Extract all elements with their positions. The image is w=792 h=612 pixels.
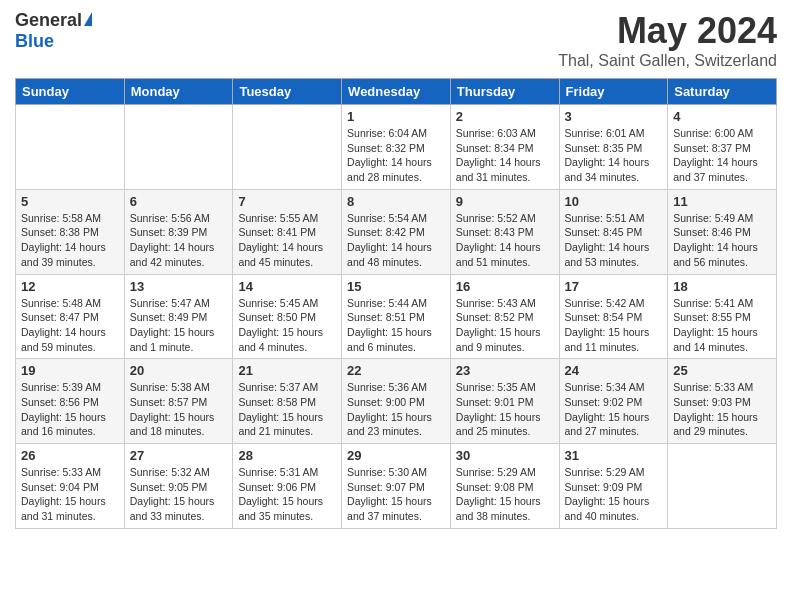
calendar-day-9: 9Sunrise: 5:52 AM Sunset: 8:43 PM Daylig… — [450, 189, 559, 274]
calendar-empty-cell — [233, 105, 342, 190]
day-info: Sunrise: 5:33 AM Sunset: 9:03 PM Dayligh… — [673, 380, 771, 439]
day-info: Sunrise: 5:29 AM Sunset: 9:09 PM Dayligh… — [565, 465, 663, 524]
day-number: 12 — [21, 279, 119, 294]
calendar-day-24: 24Sunrise: 5:34 AM Sunset: 9:02 PM Dayli… — [559, 359, 668, 444]
calendar-day-6: 6Sunrise: 5:56 AM Sunset: 8:39 PM Daylig… — [124, 189, 233, 274]
day-number: 9 — [456, 194, 554, 209]
calendar-day-20: 20Sunrise: 5:38 AM Sunset: 8:57 PM Dayli… — [124, 359, 233, 444]
calendar-day-17: 17Sunrise: 5:42 AM Sunset: 8:54 PM Dayli… — [559, 274, 668, 359]
day-info: Sunrise: 6:00 AM Sunset: 8:37 PM Dayligh… — [673, 126, 771, 185]
calendar-day-31: 31Sunrise: 5:29 AM Sunset: 9:09 PM Dayli… — [559, 444, 668, 529]
weekday-header-friday: Friday — [559, 79, 668, 105]
day-info: Sunrise: 5:34 AM Sunset: 9:02 PM Dayligh… — [565, 380, 663, 439]
day-number: 20 — [130, 363, 228, 378]
day-info: Sunrise: 5:36 AM Sunset: 9:00 PM Dayligh… — [347, 380, 445, 439]
day-number: 23 — [456, 363, 554, 378]
day-info: Sunrise: 5:47 AM Sunset: 8:49 PM Dayligh… — [130, 296, 228, 355]
day-info: Sunrise: 5:31 AM Sunset: 9:06 PM Dayligh… — [238, 465, 336, 524]
day-number: 10 — [565, 194, 663, 209]
calendar-empty-cell — [124, 105, 233, 190]
weekday-header-monday: Monday — [124, 79, 233, 105]
day-number: 22 — [347, 363, 445, 378]
day-number: 3 — [565, 109, 663, 124]
day-info: Sunrise: 5:48 AM Sunset: 8:47 PM Dayligh… — [21, 296, 119, 355]
day-info: Sunrise: 5:33 AM Sunset: 9:04 PM Dayligh… — [21, 465, 119, 524]
location-title: Thal, Saint Gallen, Switzerland — [558, 52, 777, 70]
title-area: May 2024 Thal, Saint Gallen, Switzerland — [558, 10, 777, 70]
calendar-day-22: 22Sunrise: 5:36 AM Sunset: 9:00 PM Dayli… — [342, 359, 451, 444]
calendar-day-30: 30Sunrise: 5:29 AM Sunset: 9:08 PM Dayli… — [450, 444, 559, 529]
day-info: Sunrise: 5:41 AM Sunset: 8:55 PM Dayligh… — [673, 296, 771, 355]
day-info: Sunrise: 5:52 AM Sunset: 8:43 PM Dayligh… — [456, 211, 554, 270]
day-info: Sunrise: 6:04 AM Sunset: 8:32 PM Dayligh… — [347, 126, 445, 185]
day-number: 1 — [347, 109, 445, 124]
calendar-table: SundayMondayTuesdayWednesdayThursdayFrid… — [15, 78, 777, 529]
day-info: Sunrise: 5:39 AM Sunset: 8:56 PM Dayligh… — [21, 380, 119, 439]
weekday-header-sunday: Sunday — [16, 79, 125, 105]
day-number: 26 — [21, 448, 119, 463]
day-number: 6 — [130, 194, 228, 209]
day-info: Sunrise: 5:32 AM Sunset: 9:05 PM Dayligh… — [130, 465, 228, 524]
calendar-day-10: 10Sunrise: 5:51 AM Sunset: 8:45 PM Dayli… — [559, 189, 668, 274]
calendar-day-8: 8Sunrise: 5:54 AM Sunset: 8:42 PM Daylig… — [342, 189, 451, 274]
day-info: Sunrise: 5:29 AM Sunset: 9:08 PM Dayligh… — [456, 465, 554, 524]
day-number: 16 — [456, 279, 554, 294]
page-header: General Blue May 2024 Thal, Saint Gallen… — [15, 10, 777, 70]
calendar-day-2: 2Sunrise: 6:03 AM Sunset: 8:34 PM Daylig… — [450, 105, 559, 190]
calendar-day-26: 26Sunrise: 5:33 AM Sunset: 9:04 PM Dayli… — [16, 444, 125, 529]
day-info: Sunrise: 5:45 AM Sunset: 8:50 PM Dayligh… — [238, 296, 336, 355]
calendar-day-23: 23Sunrise: 5:35 AM Sunset: 9:01 PM Dayli… — [450, 359, 559, 444]
calendar-day-5: 5Sunrise: 5:58 AM Sunset: 8:38 PM Daylig… — [16, 189, 125, 274]
day-info: Sunrise: 5:38 AM Sunset: 8:57 PM Dayligh… — [130, 380, 228, 439]
calendar-day-12: 12Sunrise: 5:48 AM Sunset: 8:47 PM Dayli… — [16, 274, 125, 359]
day-info: Sunrise: 5:42 AM Sunset: 8:54 PM Dayligh… — [565, 296, 663, 355]
day-number: 13 — [130, 279, 228, 294]
day-info: Sunrise: 6:01 AM Sunset: 8:35 PM Dayligh… — [565, 126, 663, 185]
day-number: 24 — [565, 363, 663, 378]
calendar-empty-cell — [668, 444, 777, 529]
calendar-day-15: 15Sunrise: 5:44 AM Sunset: 8:51 PM Dayli… — [342, 274, 451, 359]
day-number: 31 — [565, 448, 663, 463]
calendar-week-row: 12Sunrise: 5:48 AM Sunset: 8:47 PM Dayli… — [16, 274, 777, 359]
day-number: 4 — [673, 109, 771, 124]
day-info: Sunrise: 5:37 AM Sunset: 8:58 PM Dayligh… — [238, 380, 336, 439]
day-info: Sunrise: 5:58 AM Sunset: 8:38 PM Dayligh… — [21, 211, 119, 270]
day-number: 14 — [238, 279, 336, 294]
calendar-week-row: 5Sunrise: 5:58 AM Sunset: 8:38 PM Daylig… — [16, 189, 777, 274]
calendar-week-row: 19Sunrise: 5:39 AM Sunset: 8:56 PM Dayli… — [16, 359, 777, 444]
day-info: Sunrise: 5:56 AM Sunset: 8:39 PM Dayligh… — [130, 211, 228, 270]
calendar-day-18: 18Sunrise: 5:41 AM Sunset: 8:55 PM Dayli… — [668, 274, 777, 359]
day-number: 11 — [673, 194, 771, 209]
day-number: 28 — [238, 448, 336, 463]
calendar-day-4: 4Sunrise: 6:00 AM Sunset: 8:37 PM Daylig… — [668, 105, 777, 190]
calendar-day-25: 25Sunrise: 5:33 AM Sunset: 9:03 PM Dayli… — [668, 359, 777, 444]
calendar-day-29: 29Sunrise: 5:30 AM Sunset: 9:07 PM Dayli… — [342, 444, 451, 529]
weekday-header-tuesday: Tuesday — [233, 79, 342, 105]
calendar-week-row: 1Sunrise: 6:04 AM Sunset: 8:32 PM Daylig… — [16, 105, 777, 190]
day-info: Sunrise: 5:35 AM Sunset: 9:01 PM Dayligh… — [456, 380, 554, 439]
day-info: Sunrise: 5:30 AM Sunset: 9:07 PM Dayligh… — [347, 465, 445, 524]
calendar-day-7: 7Sunrise: 5:55 AM Sunset: 8:41 PM Daylig… — [233, 189, 342, 274]
calendar-day-13: 13Sunrise: 5:47 AM Sunset: 8:49 PM Dayli… — [124, 274, 233, 359]
day-number: 5 — [21, 194, 119, 209]
day-info: Sunrise: 5:55 AM Sunset: 8:41 PM Dayligh… — [238, 211, 336, 270]
calendar-day-14: 14Sunrise: 5:45 AM Sunset: 8:50 PM Dayli… — [233, 274, 342, 359]
weekday-header-saturday: Saturday — [668, 79, 777, 105]
day-number: 18 — [673, 279, 771, 294]
calendar-day-3: 3Sunrise: 6:01 AM Sunset: 8:35 PM Daylig… — [559, 105, 668, 190]
calendar-day-1: 1Sunrise: 6:04 AM Sunset: 8:32 PM Daylig… — [342, 105, 451, 190]
day-number: 15 — [347, 279, 445, 294]
day-number: 2 — [456, 109, 554, 124]
weekday-header-wednesday: Wednesday — [342, 79, 451, 105]
weekday-header-row: SundayMondayTuesdayWednesdayThursdayFrid… — [16, 79, 777, 105]
day-info: Sunrise: 5:43 AM Sunset: 8:52 PM Dayligh… — [456, 296, 554, 355]
day-info: Sunrise: 5:54 AM Sunset: 8:42 PM Dayligh… — [347, 211, 445, 270]
month-title: May 2024 — [558, 10, 777, 52]
day-number: 30 — [456, 448, 554, 463]
calendar-day-28: 28Sunrise: 5:31 AM Sunset: 9:06 PM Dayli… — [233, 444, 342, 529]
calendar-day-16: 16Sunrise: 5:43 AM Sunset: 8:52 PM Dayli… — [450, 274, 559, 359]
day-number: 17 — [565, 279, 663, 294]
calendar-day-11: 11Sunrise: 5:49 AM Sunset: 8:46 PM Dayli… — [668, 189, 777, 274]
day-number: 27 — [130, 448, 228, 463]
calendar-day-19: 19Sunrise: 5:39 AM Sunset: 8:56 PM Dayli… — [16, 359, 125, 444]
